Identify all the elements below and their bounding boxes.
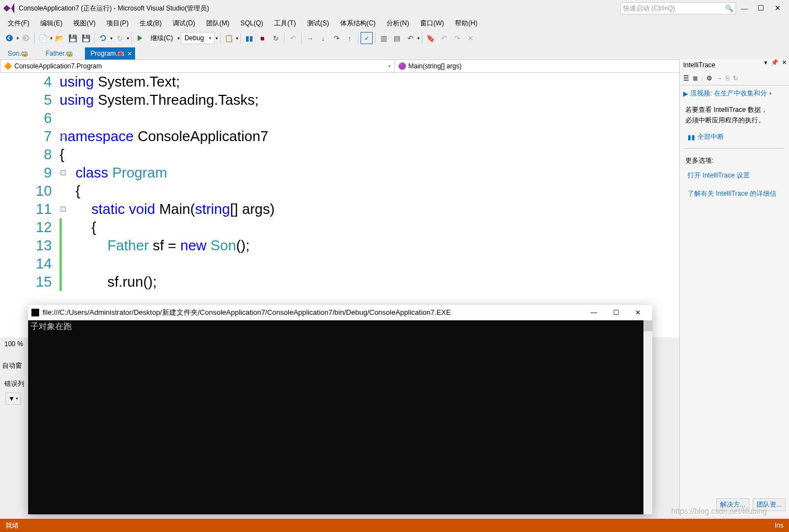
menu-arch[interactable]: 体系结构(C)	[336, 18, 380, 29]
undo-button[interactable]	[97, 32, 109, 44]
continue-button[interactable]	[134, 32, 146, 44]
panel-toolbar: ☰ ≣ | ⚙ → ⎘ ↻	[680, 71, 789, 85]
list-icon[interactable]: ☰	[683, 74, 689, 82]
title-bar: ConsoleApplication7 (正在运行) - Microsoft V…	[0, 0, 789, 17]
minimize-button[interactable]: —	[736, 4, 753, 13]
fwd-icon[interactable]: →	[716, 74, 722, 82]
fold-toggle[interactable]: −	[61, 170, 66, 175]
open-button[interactable]: 📂	[53, 32, 66, 44]
settings-link[interactable]: 打开 IntelliTrace 设置	[680, 166, 789, 185]
pause-button[interactable]: ▮▮	[243, 32, 255, 44]
more-options-label: 更多选项:	[680, 152, 789, 166]
menu-tools[interactable]: 工具(T)	[270, 18, 300, 29]
menu-test[interactable]: 测试(S)	[303, 18, 334, 29]
config-dropdown[interactable]: Debug	[181, 32, 214, 44]
console-minimize[interactable]: —	[583, 309, 605, 316]
error-list-label: 错误列	[4, 379, 24, 389]
class-icon: 🔶	[4, 62, 12, 70]
save-button[interactable]: 💾	[67, 32, 79, 44]
menu-edit[interactable]: 编辑(E)	[36, 18, 67, 29]
zoom-level[interactable]: 100 %	[4, 340, 23, 348]
pause-icon: ▮▮	[688, 133, 695, 141]
fold-toggle[interactable]: −	[61, 207, 66, 212]
step-out-button[interactable]: ↑	[343, 32, 356, 44]
svg-point-0	[6, 35, 13, 41]
pin-icon[interactable]: 🔒	[22, 51, 28, 57]
console-window: file:///C:/Users/Administrator/Desktop/新…	[28, 305, 652, 514]
tree-icon[interactable]: ≣	[693, 74, 698, 82]
restart-button[interactable]: ↻	[270, 32, 282, 44]
filter-button[interactable]: ▼▾	[6, 393, 21, 405]
console-close[interactable]: ✕	[627, 309, 649, 316]
tool-btn-1[interactable]: 📋	[223, 32, 235, 44]
status-ins: Ins	[775, 522, 783, 529]
quick-launch-input[interactable]: 快速启动 (Ctrl+Q) 🔍	[620, 2, 736, 14]
window-title: ConsoleApplication7 (正在运行) - Microsoft V…	[19, 4, 209, 13]
panel-menu-icon[interactable]: ▾	[764, 59, 767, 66]
save-all-button[interactable]: 💾	[80, 32, 92, 44]
menu-project[interactable]: 项目(P)	[102, 18, 133, 29]
menu-build[interactable]: 生成(B)	[135, 18, 166, 29]
menu-help[interactable]: 帮助(H)	[450, 18, 482, 29]
tab-son[interactable]: Son.cs 🔒	[2, 47, 39, 60]
document-tabs: Son.cs 🔒 Father.cs 🔒 Program.cs 📌 ✕	[0, 46, 789, 60]
tab-program[interactable]: Program.cs 📌 ✕	[85, 47, 135, 60]
intellitrace-panel: IntelliTrace ▾📌✕ ☰ ≣ | ⚙ → ⎘ ↻ ▶ 流视频: 在生…	[679, 59, 789, 515]
step-over-button[interactable]: ↷	[330, 32, 342, 44]
menu-window[interactable]: 窗口(W)	[416, 18, 448, 29]
pin-icon[interactable]: 🔒	[66, 51, 73, 57]
menu-debug[interactable]: 调试(D)	[168, 18, 200, 29]
refresh-icon[interactable]: ↻	[733, 74, 738, 82]
menu-view[interactable]: 视图(V)	[69, 18, 100, 29]
fold-toggle[interactable]: −	[61, 134, 66, 139]
console-title-bar[interactable]: file:///C:/Users/Administrator/Desktop/新…	[28, 305, 652, 320]
console-output[interactable]: 子对象在跑	[28, 320, 652, 514]
continue-label[interactable]: 继续(C)	[147, 34, 176, 43]
tool-btn-d[interactable]: ✕	[464, 32, 476, 44]
copy-icon[interactable]: ⎘	[726, 74, 729, 82]
vs-logo-icon	[3, 3, 14, 14]
console-scrollbar[interactable]	[643, 320, 652, 514]
tab-father[interactable]: Father.cs 🔒	[40, 47, 84, 60]
code-content[interactable]: using System.Text; using System.Threadin…	[60, 73, 275, 337]
console-maximize[interactable]: ☐	[605, 309, 627, 316]
break-all-link[interactable]: ▮▮ 全部中断	[680, 129, 789, 145]
stop-button[interactable]: ■	[256, 32, 269, 44]
menu-sql[interactable]: SQL(Q)	[236, 18, 267, 28]
close-tab-icon[interactable]: ✕	[127, 51, 132, 57]
console-title: file:///C:/Users/Administrator/Desktop/新…	[42, 308, 583, 318]
redo-button[interactable]: ↻	[114, 32, 126, 44]
tool-btn-c[interactable]: ↷	[451, 32, 463, 44]
panel-pin-icon[interactable]: 📌	[771, 59, 779, 66]
menu-bar: 文件(F) 编辑(E) 视图(V) 项目(P) 生成(B) 调试(D) 团队(M…	[0, 17, 789, 30]
pin-icon[interactable]: 📌	[116, 51, 123, 57]
learn-more-link[interactable]: 了解有关 IntelliTrace 的详细信	[680, 185, 789, 203]
step-into-button[interactable]: ↓	[317, 32, 329, 44]
step-back-button[interactable]: ↶	[287, 32, 299, 44]
search-icon[interactable]: 🔍	[725, 4, 733, 12]
show-next-button[interactable]: →	[304, 32, 316, 44]
menu-analyze[interactable]: 分析(N)	[382, 18, 414, 29]
code-editor[interactable]: 456 789 101112 131415 − − − using System…	[0, 73, 789, 337]
line-numbers: 456 789 101112 131415	[0, 73, 60, 337]
maximize-button[interactable]: ☐	[753, 4, 769, 13]
nav-class[interactable]: 🔶ConsoleApplication7.Program	[1, 60, 395, 72]
panel-close-icon[interactable]: ✕	[782, 59, 787, 66]
tool-btn-b[interactable]: ↶	[438, 32, 450, 44]
status-bar: 就绪 Ins	[0, 519, 789, 532]
hex-toggle-button[interactable]: ✓	[361, 32, 373, 44]
menu-file[interactable]: 文件(F)	[3, 18, 34, 29]
nav-back-button[interactable]	[3, 32, 15, 44]
new-button[interactable]: 📄	[37, 32, 49, 44]
close-button[interactable]: ✕	[769, 4, 786, 13]
uncomment-button[interactable]: ▤	[391, 32, 403, 44]
gear-icon[interactable]: ⚙	[706, 74, 712, 82]
tool-btn-a[interactable]: ↶	[404, 32, 416, 44]
comment-button[interactable]: ▥	[378, 32, 390, 44]
video-link[interactable]: ▶ 流视频: 在生产中收集和分 ▾	[680, 85, 789, 101]
menu-team[interactable]: 团队(M)	[202, 18, 234, 29]
autos-tab[interactable]: 自动窗	[2, 361, 22, 370]
change-indicator	[60, 218, 62, 291]
bookmark-button[interactable]: 🔖	[425, 32, 437, 44]
nav-fwd-button[interactable]	[20, 32, 32, 44]
